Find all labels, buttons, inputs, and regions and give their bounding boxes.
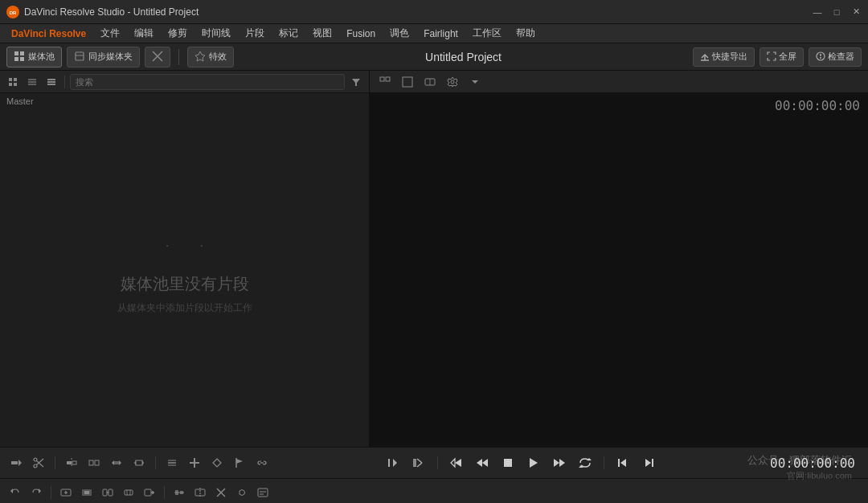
svg-rect-88 <box>103 489 107 496</box>
preview-settings-btn[interactable] <box>444 74 461 90</box>
timeline-fit-fill-btn[interactable] <box>120 484 137 501</box>
timeline-replace-btn[interactable] <box>99 484 117 501</box>
tool-flag[interactable] <box>230 453 249 472</box>
mp-detail-icon[interactable] <box>43 74 59 90</box>
svg-rect-4 <box>14 57 18 61</box>
timeline-insert-btn[interactable] <box>57 484 75 501</box>
loop-btn[interactable] <box>575 452 596 473</box>
timeline-subtitle-btn[interactable] <box>254 484 272 501</box>
svg-marker-77 <box>620 459 626 467</box>
svg-rect-94 <box>145 489 151 496</box>
stop-btn[interactable] <box>497 452 518 473</box>
svg-rect-2 <box>14 51 18 55</box>
tool-ripple[interactable] <box>62 453 81 472</box>
media-pool-button[interactable]: 媒体池 <box>6 47 62 67</box>
cut-button[interactable] <box>145 47 170 67</box>
tl-sep-1 <box>51 486 51 499</box>
preview-dropdown-btn[interactable] <box>466 74 484 90</box>
menu-fusion[interactable]: Fusion <box>340 27 382 41</box>
timeline-redo-btn[interactable] <box>27 484 45 501</box>
inspector-button[interactable]: 检查器 <box>809 47 862 67</box>
svg-marker-34 <box>472 80 478 84</box>
timeline-area: [A1] 01:00:05:00 01:00:10:00 01:00:15:00… <box>0 479 868 503</box>
fullscreen-button[interactable]: 全屏 <box>760 47 804 67</box>
mp-list-icon[interactable] <box>5 74 21 90</box>
svg-marker-72 <box>530 458 538 468</box>
tool-slip[interactable] <box>107 453 126 472</box>
maximize-button[interactable]: □ <box>831 6 842 18</box>
menu-color[interactable]: 调色 <box>383 25 416 42</box>
window-controls: — □ ✕ <box>812 6 862 18</box>
tool-slide[interactable] <box>129 453 149 472</box>
svg-rect-16 <box>9 78 12 81</box>
svg-point-38 <box>34 458 37 461</box>
menu-brand[interactable]: DaVinci Resolve <box>5 27 92 41</box>
export-button[interactable]: 快捷导出 <box>693 47 755 67</box>
sync-button[interactable]: 同步媒体夹 <box>67 47 140 67</box>
tool-link[interactable] <box>252 453 272 472</box>
tool-1[interactable] <box>6 453 26 472</box>
menu-file[interactable]: 文件 <box>94 25 126 42</box>
media-pool-label: 媒体池 <box>28 51 55 63</box>
tool-roll[interactable] <box>84 453 104 472</box>
timeline-overwrite-btn[interactable] <box>78 484 96 501</box>
mp-grid-icon[interactable] <box>24 74 40 90</box>
menu-mark[interactable]: 标记 <box>272 25 305 42</box>
play-btn[interactable] <box>523 452 544 473</box>
project-title: Untitled Project <box>239 51 688 63</box>
timeline-append-btn[interactable] <box>141 484 158 501</box>
prev-btn[interactable] <box>446 452 467 473</box>
timeline-audio-btn[interactable] <box>233 484 251 501</box>
preview-content: 00:00:00:00 <box>370 93 868 447</box>
svg-rect-18 <box>9 83 12 86</box>
timeline-undo-btn[interactable] <box>6 484 24 501</box>
prev-frame-btn[interactable] <box>612 452 633 473</box>
tool-scissors[interactable] <box>29 453 48 472</box>
watermark-line1: 公众号：狸部落软件汇 <box>747 453 852 468</box>
search-input[interactable] <box>70 74 345 90</box>
effects-label: 特效 <box>209 51 227 63</box>
next-frame-btn[interactable] <box>638 452 659 473</box>
svg-point-37 <box>34 464 37 468</box>
menu-timeline[interactable]: 时间线 <box>195 25 237 42</box>
svg-marker-70 <box>477 459 482 467</box>
fast-forward-btn[interactable] <box>549 452 570 473</box>
svg-rect-87 <box>84 491 89 494</box>
preview-btn-2[interactable] <box>399 74 416 90</box>
tool-zoom[interactable] <box>185 453 204 472</box>
menu-clip[interactable]: 片段 <box>239 25 271 42</box>
preview-scope-btn[interactable] <box>421 74 439 90</box>
svg-rect-5 <box>20 57 24 61</box>
menu-fairlight[interactable]: Fairlight <box>417 27 465 41</box>
effects-button[interactable]: 特效 <box>187 47 234 67</box>
empty-pool-subtitle: 从媒体夹中添加片段以开始工作 <box>117 301 252 315</box>
t-sep-play-2 <box>604 456 604 469</box>
svg-marker-59 <box>236 459 243 464</box>
timeline-split-btn[interactable] <box>191 484 209 501</box>
preview-toolbar <box>370 71 868 93</box>
preview-btn-1[interactable] <box>376 74 394 90</box>
svg-rect-89 <box>108 489 113 496</box>
svg-rect-42 <box>72 461 76 464</box>
tl-sep-2 <box>164 486 165 499</box>
close-button[interactable]: ✕ <box>850 6 862 18</box>
menu-workspace[interactable]: 工作区 <box>466 25 508 42</box>
mp-filter-icon[interactable] <box>348 74 364 90</box>
tool-razor[interactable] <box>162 453 182 472</box>
menu-edit[interactable]: 编辑 <box>128 25 160 42</box>
rewind-btn[interactable] <box>472 452 493 473</box>
timeline-delete-btn[interactable] <box>212 484 230 501</box>
timeline-align-btn[interactable] <box>170 484 188 501</box>
mark-out-btn[interactable] <box>408 452 429 473</box>
media-pool-content: Master • • 媒体池里没有片段 从媒体夹中添加片段以开始工作 <box>0 93 369 447</box>
minimize-button[interactable]: — <box>812 6 823 18</box>
menu-view[interactable]: 视图 <box>306 25 338 42</box>
svg-rect-99 <box>180 491 183 494</box>
menu-trim[interactable]: 修剪 <box>162 25 194 42</box>
mark-in-btn[interactable] <box>383 452 403 473</box>
tool-snap[interactable] <box>207 453 227 472</box>
effects-icon <box>194 51 206 63</box>
menu-help[interactable]: 帮助 <box>510 25 542 42</box>
export-label: 快捷导出 <box>712 51 747 63</box>
svg-rect-17 <box>14 78 17 81</box>
